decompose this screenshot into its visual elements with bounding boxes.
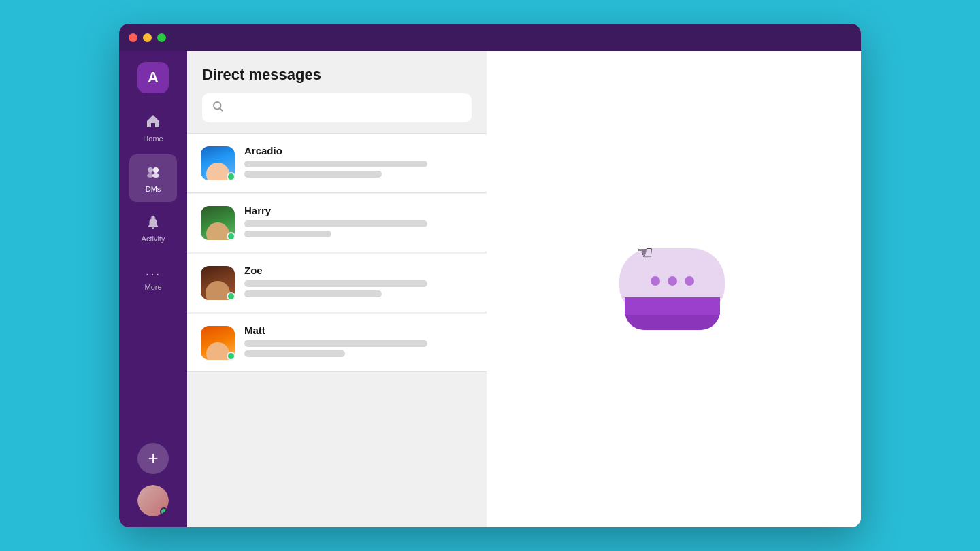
search-input[interactable] bbox=[231, 102, 462, 114]
user-online-indicator bbox=[160, 507, 168, 516]
dm-header: Direct messages bbox=[187, 51, 487, 134]
dm-item-arcadio[interactable]: Arcadio bbox=[187, 134, 487, 193]
harry-preview-line-1 bbox=[244, 220, 427, 227]
harry-online-dot bbox=[227, 232, 235, 241]
bubble-connector bbox=[625, 297, 720, 315]
sidebar-dms-label: DMs bbox=[146, 185, 161, 193]
harry-preview-line-2 bbox=[244, 231, 331, 237]
arcadio-online-dot bbox=[227, 172, 235, 181]
svg-line-5 bbox=[220, 108, 222, 110]
dm-panel-title: Direct messages bbox=[202, 66, 472, 84]
title-bar bbox=[119, 24, 861, 51]
matt-preview-line-1 bbox=[244, 340, 427, 347]
svg-point-0 bbox=[148, 167, 153, 173]
minimize-button[interactable] bbox=[143, 33, 152, 42]
sidebar-item-more[interactable]: ··· More bbox=[129, 255, 177, 303]
empty-state-logo bbox=[619, 248, 728, 330]
dm-item-zoe[interactable]: Zoe bbox=[187, 254, 487, 312]
zoe-content: Zoe bbox=[244, 265, 473, 301]
sidebar-more-label: More bbox=[144, 283, 161, 291]
harry-content: Harry bbox=[244, 205, 473, 241]
maximize-button[interactable] bbox=[157, 33, 166, 42]
more-icon: ··· bbox=[146, 267, 161, 280]
chat-bubble-3d bbox=[619, 248, 728, 330]
search-icon bbox=[212, 100, 224, 116]
zoe-online-dot bbox=[227, 292, 235, 301]
matt-preview-line-2 bbox=[244, 350, 345, 357]
home-icon bbox=[145, 113, 161, 132]
sidebar-item-activity[interactable]: Activity bbox=[129, 205, 177, 252]
dm-search-bar[interactable] bbox=[202, 93, 472, 122]
bubble-dot-3 bbox=[685, 276, 694, 286]
sidebar-activity-label: Activity bbox=[142, 235, 165, 243]
sidebar-item-dms[interactable]: DMs bbox=[129, 154, 177, 202]
matt-avatar-wrap bbox=[201, 326, 235, 360]
harry-avatar-wrap bbox=[201, 206, 235, 240]
sidebar-user-initial[interactable]: A bbox=[137, 62, 169, 93]
matt-online-dot bbox=[227, 352, 235, 361]
current-user-avatar[interactable] bbox=[137, 485, 169, 516]
close-button[interactable] bbox=[129, 33, 137, 42]
dm-item-harry[interactable]: Harry bbox=[187, 194, 487, 252]
dm-list: Arcadio bbox=[187, 134, 487, 527]
zoe-name: Zoe bbox=[244, 265, 473, 276]
svg-point-1 bbox=[153, 167, 159, 173]
svg-point-3 bbox=[152, 173, 159, 178]
add-button[interactable]: + bbox=[137, 443, 169, 474]
sidebar-home-label: Home bbox=[143, 135, 163, 143]
app-window: A Home bbox=[119, 24, 861, 527]
matt-name: Matt bbox=[244, 324, 473, 336]
arcadio-preview-line-1 bbox=[244, 161, 427, 167]
harry-name: Harry bbox=[244, 205, 473, 216]
sidebar-item-home[interactable]: Home bbox=[129, 104, 177, 152]
zoe-preview-line-1 bbox=[244, 280, 427, 287]
dm-item-matt[interactable]: Matt bbox=[187, 314, 487, 372]
zoe-preview-line-2 bbox=[244, 290, 382, 297]
zoe-avatar-wrap bbox=[201, 266, 235, 300]
bubble-dot-1 bbox=[651, 276, 660, 286]
arcadio-name: Arcadio bbox=[244, 145, 473, 156]
plus-icon: + bbox=[148, 449, 158, 467]
app-body: A Home bbox=[119, 51, 861, 527]
arcadio-avatar-wrap bbox=[201, 146, 235, 180]
activity-icon bbox=[146, 214, 161, 232]
chat-area: ☜ bbox=[487, 51, 861, 527]
bubble-dot-2 bbox=[668, 276, 677, 286]
matt-content: Matt bbox=[244, 324, 473, 361]
sidebar: A Home bbox=[119, 51, 187, 527]
arcadio-content: Arcadio bbox=[244, 145, 473, 181]
dms-icon bbox=[145, 163, 161, 182]
dm-panel: Direct messages bbox=[187, 51, 487, 527]
arcadio-preview-line-2 bbox=[244, 171, 382, 178]
